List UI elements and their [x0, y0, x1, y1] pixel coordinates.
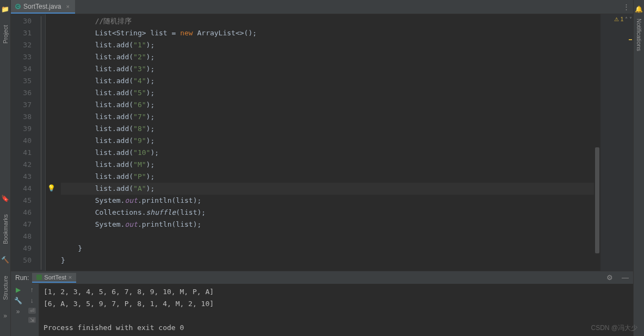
softwrap-icon[interactable]: ⏎	[28, 308, 36, 314]
run-toolbar-2: ↑ ↓ ⏎ ⇲	[25, 284, 39, 336]
hide-icon[interactable]: —	[622, 273, 629, 282]
tab-menu-icon[interactable]: ⋮	[620, 0, 633, 14]
watermark: CSDN @冯大少	[591, 323, 637, 333]
annotation-column: 💡	[46, 14, 59, 271]
bookmarks-tool-label[interactable]: Bookmarks	[2, 214, 9, 244]
run-config-name: SortTest	[44, 274, 66, 281]
more-icon[interactable]: »	[3, 312, 7, 320]
warning-marker[interactable]	[629, 39, 632, 40]
close-icon[interactable]: ×	[69, 274, 72, 281]
code-area[interactable]: //随机排序 List<String> list = new ArrayList…	[59, 14, 594, 271]
wrench-icon[interactable]: 🔧	[14, 297, 22, 304]
java-class-icon: C	[15, 4, 21, 9]
right-tool-strip: 🔔 Notifications	[633, 0, 644, 336]
gear-icon[interactable]: ⚙	[606, 273, 613, 282]
run-label: Run:	[15, 274, 29, 282]
editor-tab-bar: C SortTest.java × ⋮	[11, 0, 633, 14]
scrollbar-thumb[interactable]	[595, 147, 599, 253]
tab-sorttest[interactable]: C SortTest.java ×	[11, 0, 75, 14]
run-toolbar-1: ▶ 🔧 »	[11, 284, 25, 336]
console-output[interactable]: [1, 2, 3, 4, 5, 6, 7, 8, 9, 10, M, P, A]…	[39, 284, 633, 336]
project-icon[interactable]: 📁	[1, 5, 9, 13]
run-header: Run: SortTest × ⚙ —	[11, 271, 633, 284]
bookmarks-icon[interactable]: 🔖	[1, 195, 9, 202]
up-icon[interactable]: ↑	[30, 286, 34, 294]
close-icon[interactable]: ×	[66, 3, 69, 10]
tab-file-name: SortTest.java	[23, 3, 61, 10]
more-run-icon[interactable]: »	[16, 308, 20, 315]
structure-icon[interactable]: 🔨	[1, 256, 9, 264]
notifications-tool-label[interactable]: Notifications	[636, 18, 642, 51]
intention-bulb-icon[interactable]: 💡	[47, 184, 55, 192]
scroll-end-icon[interactable]: ⇲	[28, 317, 36, 323]
editor-scrollbar[interactable]	[594, 14, 600, 271]
fold-column	[37, 14, 46, 271]
down-icon[interactable]: ↓	[30, 297, 34, 304]
run-config-tab[interactable]: SortTest ×	[32, 273, 76, 283]
error-stripe: ⚠ 1 ˄ ˅	[600, 14, 633, 271]
left-tool-strip: 📁 Project 🔖 Bookmarks 🔨 Structure »	[0, 0, 11, 336]
rerun-icon[interactable]: ▶	[16, 286, 21, 294]
bell-icon[interactable]: 🔔	[635, 5, 643, 13]
run-panel: Run: SortTest × ⚙ — ▶ 🔧 » ↑ ↓	[11, 271, 633, 336]
editor[interactable]: 3031323334353637383940414243444546474849…	[11, 14, 633, 271]
run-config-icon	[36, 275, 42, 280]
structure-tool-label[interactable]: Structure	[2, 276, 9, 300]
line-gutter: 3031323334353637383940414243444546474849…	[11, 14, 37, 271]
project-tool-label[interactable]: Project	[2, 25, 9, 43]
inspection-summary[interactable]: ⚠ 1 ˄ ˅	[614, 16, 632, 22]
